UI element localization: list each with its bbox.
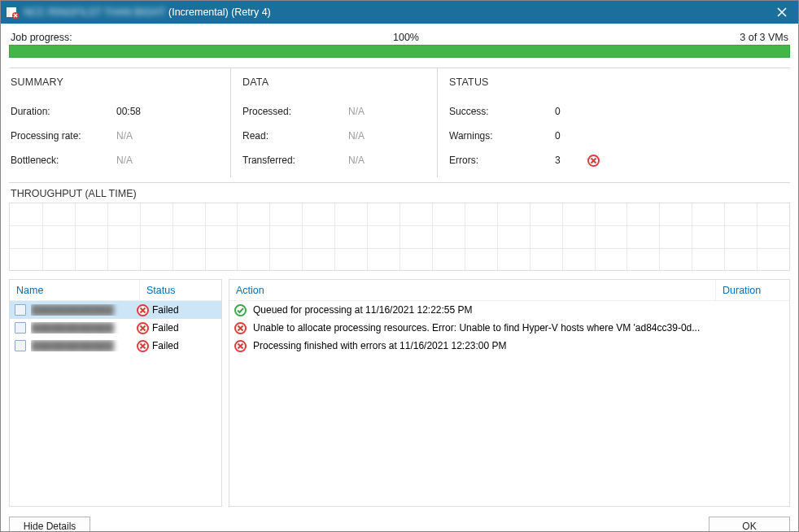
col-status[interactable]: Status — [140, 280, 221, 300]
error-icon — [137, 304, 149, 316]
vm-status-cell: Failed — [137, 304, 179, 316]
action-text: Queued for processing at 11/16/2021 12:2… — [253, 304, 473, 316]
status-column: STATUS Success:0Warnings:0Errors:3 — [437, 68, 790, 177]
vm-list-panel: Name Status ████████████Failed██████████… — [9, 279, 222, 507]
vm-name: ████████████ — [31, 340, 137, 351]
stat-value: 00:58 — [116, 106, 141, 117]
progress-bar — [9, 45, 790, 58]
error-icon — [234, 340, 247, 352]
stat-value: N/A — [348, 130, 365, 142]
vm-name: ████████████ — [31, 322, 137, 334]
stat-label: Read: — [242, 130, 348, 142]
stat-label: Success: — [449, 106, 555, 117]
progress-percent: 100% — [393, 32, 419, 43]
window-title: NCC RINGFILST THAN BIGHT (Incremental) (… — [24, 7, 771, 18]
vm-list-header: Name Status — [10, 280, 221, 301]
progress-counter: 3 of 3 VMs — [740, 32, 788, 43]
stat-value: 3 — [555, 155, 587, 166]
title-bar: NCC RINGFILST THAN BIGHT (Incremental) (… — [1, 1, 798, 24]
stat-label: Processed: — [242, 106, 348, 117]
vm-row[interactable]: ████████████Failed — [10, 301, 221, 319]
stat-row: Read:N/A — [242, 124, 426, 148]
vm-status-cell: Failed — [137, 340, 179, 352]
progress-label: Job progress: — [11, 32, 72, 43]
stat-row: Warnings:0 — [449, 124, 779, 148]
vm-list[interactable]: ████████████Failed████████████Failed████… — [10, 301, 221, 506]
action-text: Unable to allocate processing resources.… — [253, 322, 700, 334]
action-row[interactable]: Processing finished with errors at 11/16… — [229, 337, 789, 355]
stat-label: Errors: — [449, 155, 555, 166]
app-icon — [6, 6, 19, 19]
stat-label: Warnings: — [449, 130, 555, 142]
success-icon — [234, 304, 247, 316]
stat-value: N/A — [348, 155, 365, 166]
stat-value: N/A — [116, 130, 133, 142]
action-log-header: Action Duration — [229, 280, 789, 301]
vm-status-text: Failed — [152, 322, 179, 334]
action-log-panel: Action Duration Queued for processing at… — [229, 279, 790, 507]
vm-icon — [15, 304, 26, 316]
col-action[interactable]: Action — [229, 280, 716, 300]
throughput-heading: THROUGHPUT (ALL TIME) — [11, 188, 790, 199]
col-duration[interactable]: Duration — [716, 280, 789, 300]
stat-value: 0 — [555, 130, 587, 142]
stat-row: Bottleneck:N/A — [11, 148, 219, 172]
stat-row: Processed:N/A — [242, 99, 426, 124]
stat-label: Transferred: — [242, 155, 348, 166]
error-icon — [234, 322, 247, 334]
stat-label: Bottleneck: — [11, 155, 116, 166]
summary-heading: SUMMARY — [11, 76, 219, 88]
vm-status-text: Failed — [152, 340, 179, 351]
error-icon — [137, 340, 149, 352]
stat-label: Processing rate: — [11, 130, 116, 142]
stat-label: Duration: — [11, 106, 116, 117]
vm-status-cell: Failed — [137, 322, 179, 334]
stat-row: Processing rate:N/A — [11, 124, 219, 148]
footer: Hide Details OK — [1, 507, 798, 532]
vm-name: ████████████ — [31, 304, 137, 316]
stat-value: 0 — [555, 106, 587, 117]
status-heading: STATUS — [449, 76, 779, 88]
vm-row[interactable]: ████████████Failed — [10, 319, 221, 337]
vm-icon — [15, 322, 26, 334]
action-text: Processing finished with errors at 11/16… — [253, 340, 507, 351]
stat-value: N/A — [116, 155, 133, 166]
stat-value: N/A — [348, 106, 365, 117]
throughput-chart — [9, 203, 790, 271]
stat-row: Duration:00:58 — [11, 99, 219, 124]
vm-icon — [15, 340, 26, 351]
error-icon — [587, 155, 600, 167]
action-list[interactable]: Queued for processing at 11/16/2021 12:2… — [229, 301, 789, 506]
stat-row: Errors:3 — [449, 148, 779, 172]
ok-button[interactable]: OK — [709, 517, 790, 532]
col-name[interactable]: Name — [10, 280, 140, 300]
error-icon — [137, 322, 149, 334]
data-heading: DATA — [242, 76, 426, 88]
summary-column: SUMMARY Duration:00:58Processing rate:N/… — [9, 68, 230, 177]
stats-row: SUMMARY Duration:00:58Processing rate:N/… — [9, 68, 790, 183]
stat-row: Success:0 — [449, 99, 779, 124]
progress-header: Job progress: 100% 3 of 3 VMs — [9, 32, 790, 45]
data-column: DATA Processed:N/ARead:N/ATransferred:N/… — [230, 68, 437, 177]
stat-row: Transferred:N/A — [242, 148, 426, 172]
action-row[interactable]: Unable to allocate processing resources.… — [229, 319, 789, 337]
vm-row[interactable]: ████████████Failed — [10, 337, 221, 355]
vm-status-text: Failed — [152, 304, 179, 316]
close-icon[interactable] — [771, 1, 793, 24]
action-row[interactable]: Queued for processing at 11/16/2021 12:2… — [229, 301, 789, 319]
hide-details-button[interactable]: Hide Details — [9, 517, 90, 532]
